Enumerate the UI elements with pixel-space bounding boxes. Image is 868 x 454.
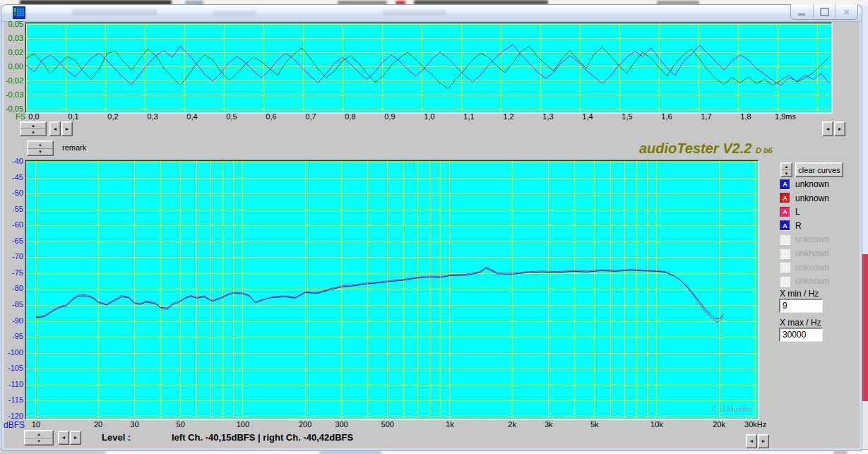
status-spinner: ▲ ▼: [24, 430, 54, 446]
response-y-tick-label: -50: [0, 189, 23, 198]
legend-item-label: unknown: [795, 179, 829, 189]
window-titlebar[interactable]: [1, 5, 862, 22]
response-x-tick-label: 30: [117, 420, 153, 429]
arrow-left-icon: ◄: [749, 439, 754, 443]
scope-x-tick-label: 1,1: [453, 112, 484, 121]
scope-x-tick-label: 0,9: [374, 112, 405, 121]
scope-x-tick-label: 0,5: [216, 112, 247, 121]
legend-item-label: unknown: [795, 249, 829, 258]
response-x-tick-label: 30kHz: [738, 420, 773, 429]
arrow-left-icon: ◄: [61, 436, 66, 440]
legend-item-L[interactable]: AL: [780, 205, 800, 219]
plot-canvas: [26, 23, 830, 111]
response-plot-area[interactable]: © U.Mueller: [25, 160, 759, 419]
response-y-tick-label: -120: [0, 412, 23, 421]
scope-scroll-right-button-2[interactable]: ►: [834, 121, 845, 136]
response-y-tick-label: -85: [0, 300, 23, 309]
app-logo-version: D b6: [756, 146, 773, 155]
level-readout: left Ch. -40,15dBFS | right Ch. -40,42dB…: [172, 432, 353, 443]
scope-y-tick-label: 0,05: [0, 20, 23, 29]
scope-x-tick-label: 1,7: [691, 112, 722, 121]
scope-y-tick-label: -0,03: [0, 90, 23, 100]
spin-up-button[interactable]: ▲: [25, 431, 53, 438]
legend-item-R[interactable]: AR: [780, 219, 802, 233]
spin-down-button[interactable]: ▼: [28, 148, 53, 156]
x-max-input[interactable]: 30000: [779, 328, 823, 342]
legend-item-unknown-7[interactable]: unknown: [780, 274, 829, 288]
scope-x-tick-label: 1,6: [651, 112, 682, 121]
response-x-tick-label: 20: [81, 420, 116, 429]
minimize-button[interactable]: [791, 4, 814, 19]
legend-color-checkbox[interactable]: A: [780, 207, 790, 217]
legend-item-label: unknown: [795, 234, 829, 244]
scope-fs-label: FS: [11, 112, 25, 121]
legend-color-checkbox[interactable]: [780, 234, 790, 245]
scope-plot-area[interactable]: [25, 23, 832, 113]
response-y-tick-label: -55: [0, 205, 23, 214]
scope-zoom-spinner: ▲ ▼: [20, 121, 47, 136]
scope-x-tick-label: 1,0: [414, 112, 445, 121]
scope-x-tick-label: 0,1: [58, 112, 89, 121]
spin-down-button[interactable]: ▼: [781, 169, 792, 177]
legend-item-unknown-6[interactable]: unknown: [780, 261, 829, 275]
legend-item-label: unknown: [795, 193, 829, 203]
response-x-tick-label: 500: [370, 420, 405, 429]
legend-color-checkbox[interactable]: A: [780, 179, 790, 190]
close-button[interactable]: ×: [836, 4, 857, 19]
background-window-right: [862, 6, 868, 449]
legend-color-checkbox[interactable]: A: [780, 220, 790, 231]
legend-item-label: unknown: [795, 276, 829, 286]
level-label: Level :: [102, 432, 131, 443]
scope-x-tick-label: 0,8: [335, 112, 366, 121]
arrow-right-icon: ►: [73, 436, 78, 440]
spin-down-button[interactable]: ▼: [25, 438, 53, 446]
legend-item-unknown-1[interactable]: Aunknown: [780, 191, 829, 205]
response-x-tick-label: 3k: [531, 420, 566, 429]
remark-spinner: ▲ ▼: [27, 141, 54, 156]
response-scroll-right-button[interactable]: ►: [758, 434, 769, 448]
scope-x-tick-label: 0,4: [177, 112, 208, 121]
dbfs-axis-label: dBFS: [4, 420, 26, 430]
scope-scroll-right-button[interactable]: ►: [61, 121, 73, 136]
arrow-right-icon: ►: [65, 127, 70, 131]
status-scroll-right-button[interactable]: ►: [70, 431, 81, 445]
caption-button-group: ×: [790, 4, 858, 20]
scope-scroll-left-button[interactable]: ◄: [49, 121, 61, 136]
arrow-right-icon: ►: [838, 127, 843, 131]
legend-item-unknown-4[interactable]: unknown: [780, 232, 829, 246]
legend-color-checkbox[interactable]: [780, 262, 790, 273]
maximize-button[interactable]: [814, 4, 836, 19]
response-x-tick-label: 2k: [494, 420, 530, 429]
minimize-icon: [798, 13, 805, 16]
arrow-left-icon: ◄: [826, 127, 831, 131]
legend-item-unknown-5[interactable]: unknown: [780, 246, 829, 261]
scope-scroll-left-button-2[interactable]: ◄: [822, 121, 833, 136]
response-y-tick-label: -75: [0, 268, 23, 277]
response-trace-L: [36, 267, 723, 322]
response-y-tick-label: -90: [0, 316, 23, 325]
response-x-tick-label: 100: [225, 420, 261, 429]
spin-up-button[interactable]: ▲: [28, 141, 53, 148]
clear-curves-button[interactable]: clear curves: [795, 162, 843, 177]
desktop: × 0,050,030,020,00-0,02-0,03-0,05 0,00,1…: [0, 0, 868, 454]
remark-label[interactable]: remark: [62, 143, 86, 152]
legend-color-checkbox[interactable]: [780, 276, 790, 287]
response-scroll-left-button[interactable]: ◄: [746, 434, 757, 448]
spin-up-button[interactable]: ▲: [781, 163, 792, 169]
response-x-tick-label: 200: [287, 420, 323, 429]
spin-up-icon: ▲: [31, 124, 35, 128]
status-scroll-left-button[interactable]: ◄: [58, 431, 69, 445]
legend-color-checkbox[interactable]: [780, 249, 790, 259]
spin-down-button[interactable]: ▼: [20, 129, 46, 136]
arrow-left-icon: ◄: [53, 127, 58, 131]
legend-item-unknown-0[interactable]: Aunknown: [780, 177, 829, 191]
response-y-tick-label: -70: [0, 252, 23, 261]
response-x-tick-label: 300: [324, 420, 359, 429]
scope-y-tick-label: 0,03: [0, 34, 23, 43]
legend-color-checkbox[interactable]: A: [780, 193, 790, 203]
spin-up-button[interactable]: ▲: [20, 122, 46, 129]
scope-x-tick-label: 0,6: [256, 112, 287, 121]
spin-down-icon: ▼: [38, 150, 42, 154]
legend-item-label: L: [795, 207, 800, 217]
x-min-input[interactable]: 9: [779, 299, 823, 313]
